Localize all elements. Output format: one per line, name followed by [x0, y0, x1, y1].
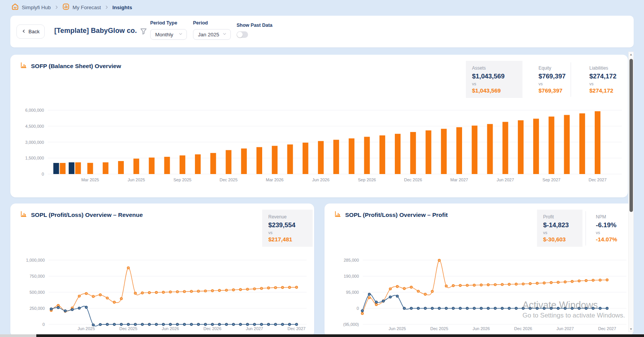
- page-title: [Template] BabyGlow co.: [54, 27, 137, 35]
- bar-chart-icon: [334, 210, 341, 219]
- svg-text:Jun 2025: Jun 2025: [78, 326, 95, 331]
- svg-text:6,000,000: 6,000,000: [25, 108, 44, 112]
- bar-chart-icon: [20, 210, 27, 219]
- taskbar-edge-gray: [0, 334, 36, 337]
- toggle-knob: [237, 32, 243, 37]
- stat-revenue-vs: vs: [268, 230, 313, 235]
- svg-text:250,000: 250,000: [29, 306, 45, 311]
- svg-text:4,500,000: 4,500,000: [25, 124, 44, 129]
- show-past-data-group: Show Past Data: [237, 23, 273, 38]
- back-button[interactable]: Back: [16, 24, 45, 39]
- profit-card-title: SOPL (Profit/Loss) Overview – Profit: [345, 212, 448, 218]
- svg-text:Mar 2025: Mar 2025: [81, 177, 99, 182]
- svg-text:Jun 2027: Jun 2027: [246, 326, 263, 331]
- stat-profit-compare: $-30,603: [543, 236, 582, 243]
- svg-text:Jun 2026: Jun 2026: [162, 326, 179, 331]
- stat-npm-compare: -14.07%: [596, 236, 628, 243]
- period-type-label: Period Type: [150, 20, 187, 26]
- stat-assets-label: Assets: [472, 65, 522, 71]
- svg-text:190,000: 190,000: [344, 274, 359, 278]
- stat-equity[interactable]: Equity $769,397 vs $769,397: [532, 61, 569, 98]
- stat-assets-value: $1,043,569: [472, 73, 522, 80]
- svg-text:Dec 2027: Dec 2027: [589, 177, 607, 182]
- svg-text:Jun 2027: Jun 2027: [556, 326, 574, 331]
- svg-text:1,500,000: 1,500,000: [25, 156, 44, 160]
- chevron-down-icon: [178, 31, 183, 37]
- svg-text:1,000,000: 1,000,000: [26, 258, 45, 262]
- scrollbar-down-icon[interactable]: ▼: [629, 327, 633, 331]
- svg-text:Jun 2025: Jun 2025: [128, 177, 145, 182]
- svg-text:285,000: 285,000: [344, 258, 359, 262]
- filter-icon[interactable]: [140, 27, 148, 37]
- svg-text:3,000,000: 3,000,000: [25, 140, 44, 145]
- stat-assets[interactable]: Assets $1,043,569 vs $1,043,569: [466, 61, 522, 98]
- stat-revenue-compare: $217,481: [268, 236, 313, 243]
- stat-profit-vs: vs: [543, 230, 582, 235]
- stat-equity-compare: $769,397: [539, 87, 569, 94]
- sofp-card: SOFP (Balance Sheet) Overview 01,500,000…: [10, 55, 628, 197]
- breadcrumb-forecast[interactable]: My Forecast: [62, 3, 101, 11]
- period-type-value: Monthly: [155, 32, 173, 37]
- svg-text:(95,000): (95,000): [343, 322, 359, 327]
- svg-text:0: 0: [357, 306, 359, 311]
- stat-profit-label: Profit: [543, 214, 582, 220]
- breadcrumb-hub[interactable]: Simplyfi Hub: [11, 3, 51, 11]
- chevron-right-icon: [54, 5, 59, 10]
- period-select[interactable]: Jan 2025: [193, 29, 231, 40]
- svg-text:0: 0: [42, 172, 44, 176]
- stat-assets-vs: vs: [472, 81, 522, 86]
- stat-revenue[interactable]: Revenue $239,554 vs $217,481: [262, 210, 313, 247]
- show-past-data-label: Show Past Data: [237, 23, 273, 28]
- svg-text:Dec 2025: Dec 2025: [219, 177, 237, 182]
- period-label: Period: [193, 20, 231, 26]
- chevron-down-icon: [222, 31, 227, 37]
- svg-text:Dec 2026: Dec 2026: [203, 326, 221, 331]
- stat-liabilities-label: Liabilities: [589, 65, 625, 71]
- svg-text:Sep 2025: Sep 2025: [174, 177, 191, 182]
- back-button-label: Back: [29, 29, 40, 34]
- svg-text:Jun 2026: Jun 2026: [312, 177, 329, 182]
- breadcrumb: Simplyfi Hub My Forecast Insights: [0, 0, 644, 15]
- period-type-select[interactable]: Monthly: [150, 29, 187, 40]
- breadcrumb-forecast-label: My Forecast: [73, 5, 101, 10]
- stat-revenue-label: Revenue: [268, 214, 313, 220]
- stat-revenue-value: $239,554: [268, 221, 313, 229]
- stat-divider: [586, 211, 586, 246]
- svg-text:750,000: 750,000: [29, 274, 45, 278]
- svg-text:Dec 2026: Dec 2026: [514, 326, 532, 331]
- stat-liabilities[interactable]: Liabilities $274,172 vs $274,172: [583, 61, 625, 98]
- home-icon: [11, 3, 19, 11]
- forecast-chart-icon: [62, 3, 70, 11]
- stat-npm-vs: vs: [596, 230, 628, 235]
- revenue-card-title: SOPL (Profit/Loss) Overview – Revenue: [31, 212, 143, 218]
- period-value: Jan 2025: [198, 32, 219, 37]
- breadcrumb-hub-label: Simplyfi Hub: [22, 5, 51, 10]
- stat-npm[interactable]: NPM -6.19% vs -14.07%: [590, 210, 628, 247]
- svg-text:Dec 2027: Dec 2027: [287, 326, 305, 331]
- svg-text:Jun 2025: Jun 2025: [389, 326, 406, 331]
- stat-equity-label: Equity: [539, 65, 569, 71]
- show-past-data-toggle[interactable]: [237, 31, 248, 38]
- profit-card: SOPL (Profit/Loss) Overview – Profit (95…: [324, 204, 633, 337]
- chevron-right-icon: [104, 5, 109, 10]
- svg-text:Sep 2027: Sep 2027: [542, 177, 560, 182]
- svg-text:Dec 2026: Dec 2026: [404, 177, 422, 182]
- stat-liabilities-value: $274,172: [589, 73, 625, 80]
- chevron-left-icon: [22, 29, 26, 34]
- svg-text:500,000: 500,000: [29, 290, 45, 295]
- svg-text:95,000: 95,000: [346, 290, 359, 295]
- scrollbar-thumb[interactable]: [629, 59, 633, 212]
- vertical-scrollbar[interactable]: ▲ ▼: [628, 52, 634, 332]
- bar-chart-icon: [20, 62, 27, 70]
- stat-npm-label: NPM: [596, 214, 628, 220]
- sofp-card-title: SOFP (Balance Sheet) Overview: [31, 63, 121, 70]
- toolbar: Back [Template] BabyGlow co. Period Type…: [10, 16, 634, 47]
- profit-line-chart[interactable]: (95,000)095,000190,000285,000Jun 2025Dec…: [324, 204, 633, 337]
- taskbar-edge: [0, 334, 644, 337]
- breadcrumb-insights-label: Insights: [112, 5, 132, 10]
- scrollbar-up-icon[interactable]: ▲: [629, 53, 633, 56]
- stat-npm-value: -6.19%: [596, 221, 628, 229]
- stat-profit[interactable]: Profit $-14,823 vs $-30,603: [537, 210, 582, 247]
- revenue-card: SOPL (Profit/Loss) Overview – Revenue 02…: [10, 204, 314, 337]
- svg-text:0: 0: [42, 322, 45, 327]
